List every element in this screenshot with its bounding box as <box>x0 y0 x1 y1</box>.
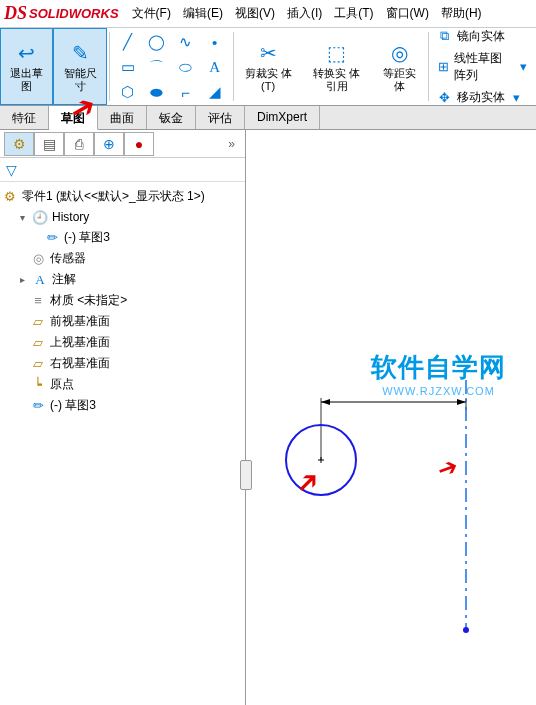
trim-icon: ✂ <box>260 41 277 65</box>
svg-marker-3 <box>321 399 330 405</box>
linear-pattern-icon: ⊞ <box>437 59 450 74</box>
tree-sketch3[interactable]: ✏ (-) 草图3 <box>2 395 243 416</box>
line-tool-icon[interactable]: ╱ <box>115 31 141 53</box>
plane-icon: ▱ <box>30 314 46 330</box>
convert-icon: ⬚ <box>327 41 346 65</box>
menu-window[interactable]: 窗口(W) <box>381 2 434 25</box>
menu-file[interactable]: 文件(F) <box>127 2 176 25</box>
history-icon: 🕘 <box>32 209 48 225</box>
menu-tools[interactable]: 工具(T) <box>329 2 378 25</box>
tree-top-label: 上视基准面 <box>50 334 110 351</box>
ellipse-tool-icon[interactable]: ⬭ <box>173 56 199 78</box>
drawing-canvas[interactable]: 软件自学网 WWW.RJZXW.COM ➔ ➔ <box>246 130 536 705</box>
tree-right-plane[interactable]: ▱ 右视基准面 <box>2 353 243 374</box>
panel-tab-feature-tree[interactable]: ⚙ <box>4 132 34 156</box>
menu-edit[interactable]: 编辑(E) <box>178 2 228 25</box>
sketch-icon: ✏ <box>30 398 46 414</box>
tree-root-label: 零件1 (默认<<默认>_显示状态 1>) <box>22 188 205 205</box>
panel-tab-config[interactable]: ⎙ <box>64 132 94 156</box>
trim-button[interactable]: ✂ 剪裁实 体(T) <box>236 28 301 105</box>
panel-expand-icon[interactable]: » <box>222 137 241 151</box>
convert-label: 转换实 体引用 <box>308 67 366 93</box>
logo-text: SOLIDWORKS <box>29 6 119 21</box>
tree-material-label: 材质 <未指定> <box>50 292 127 309</box>
tab-surface[interactable]: 曲面 <box>98 106 147 129</box>
linear-pattern-button[interactable]: ⊞ 线性草图阵列 ▾ <box>435 49 532 85</box>
offset-label: 等距实 体 <box>380 67 419 93</box>
mirror-icon: ⧉ <box>437 28 453 44</box>
tab-sheetmetal[interactable]: 钣金 <box>147 106 196 129</box>
ribbon-separator <box>428 32 429 101</box>
appearance-icon: ● <box>135 136 143 152</box>
offset-button[interactable]: ◎ 等距实 体 <box>373 28 426 105</box>
panel-tabs: ⚙ ▤ ⎙ ⊕ ● » <box>0 130 245 158</box>
polygon-tool-icon[interactable]: ⬡ <box>115 81 141 103</box>
text-tool-icon[interactable]: A <box>202 56 228 78</box>
sensors-icon: ◎ <box>30 251 46 267</box>
tree-annotations[interactable]: ▸ A 注解 <box>2 269 243 290</box>
plane-icon: ▱ <box>30 356 46 372</box>
tab-dimxpert[interactable]: DimXpert <box>245 106 320 129</box>
svg-point-9 <box>463 627 469 633</box>
tree-origin-label: 原点 <box>50 376 74 393</box>
dropdown-icon: ▾ <box>517 59 530 74</box>
tree-material[interactable]: ≡ 材质 <未指定> <box>2 290 243 311</box>
tab-evaluate[interactable]: 评估 <box>196 106 245 129</box>
sketch-svg <box>246 130 536 705</box>
tree-history-label: History <box>52 210 89 224</box>
rect-tool-icon[interactable]: ▭ <box>115 56 141 78</box>
filter-bar: ▽ <box>0 158 245 182</box>
annotations-icon: A <box>32 272 48 288</box>
tree-sensors-label: 传感器 <box>50 250 86 267</box>
menu-help[interactable]: 帮助(H) <box>436 2 487 25</box>
expand-icon[interactable]: ▸ <box>16 274 28 285</box>
panel-tab-appearance[interactable]: ● <box>124 132 154 156</box>
panel-tab-dimxpert[interactable]: ⊕ <box>94 132 124 156</box>
tree-sketch3-history[interactable]: ✏ (-) 草图3 <box>2 227 243 248</box>
pattern-tools: ⧉ 镜向实体 ⊞ 线性草图阵列 ▾ ✥ 移动实体 ▾ <box>431 28 536 105</box>
svg-marker-4 <box>457 399 466 405</box>
tree-origin[interactable]: ┕ 原点 <box>2 374 243 395</box>
tree-front-plane[interactable]: ▱ 前视基准面 <box>2 311 243 332</box>
material-icon: ≡ <box>30 293 46 309</box>
plane-icon: ▱ <box>30 335 46 351</box>
tree-history[interactable]: ▾ 🕘 History <box>2 207 243 227</box>
move-label: 移动实体 <box>457 89 505 106</box>
panel-tab-property[interactable]: ▤ <box>34 132 64 156</box>
point-tool-icon[interactable]: • <box>202 31 228 53</box>
ribbon-separator <box>233 32 234 101</box>
move-button[interactable]: ✥ 移动实体 ▾ <box>435 88 532 107</box>
convert-button[interactable]: ⬚ 转换实 体引用 <box>301 28 373 105</box>
dimxpert-icon: ⊕ <box>103 136 115 152</box>
exit-sketch-button[interactable]: ↩ 退出草 图 <box>0 28 53 105</box>
sketch-icon: ✏ <box>44 230 60 246</box>
arc-tool-icon[interactable]: ⌒ <box>144 56 170 78</box>
tree-front-label: 前视基准面 <box>50 313 110 330</box>
property-icon: ▤ <box>43 136 56 152</box>
fillet-tool-icon[interactable]: ⌐ <box>173 81 199 103</box>
tree-sketch3a-label: (-) 草图3 <box>64 229 110 246</box>
tree-root[interactable]: ⚙ 零件1 (默认<<默认>_显示状态 1>) <box>2 186 243 207</box>
tree-sensors[interactable]: ◎ 传感器 <box>2 248 243 269</box>
mirror-label: 镜向实体 <box>457 28 505 45</box>
exit-sketch-label: 退出草 图 <box>7 67 46 93</box>
feature-tree: ⚙ 零件1 (默认<<默认>_显示状态 1>) ▾ 🕘 History ✏ (-… <box>0 182 245 705</box>
offset-icon: ◎ <box>391 41 408 65</box>
tab-feature[interactable]: 特征 <box>0 106 49 129</box>
config-icon: ⎙ <box>75 136 83 152</box>
circle-tool-icon[interactable]: ◯ <box>144 31 170 53</box>
ribbon-separator <box>109 32 110 101</box>
chamfer-tool-icon[interactable]: ◢ <box>202 81 228 103</box>
tree-sketch3b-label: (-) 草图3 <box>50 397 96 414</box>
tree-annotations-label: 注解 <box>52 271 76 288</box>
dropdown-icon: ▾ <box>509 90 525 105</box>
collapse-icon[interactable]: ▾ <box>16 212 28 223</box>
filter-icon[interactable]: ▽ <box>6 162 17 178</box>
mirror-button[interactable]: ⧉ 镜向实体 <box>435 27 532 46</box>
spline-tool-icon[interactable]: ∿ <box>173 31 199 53</box>
tree-top-plane[interactable]: ▱ 上视基准面 <box>2 332 243 353</box>
menu-view[interactable]: 视图(V) <box>230 2 280 25</box>
menu-insert[interactable]: 插入(I) <box>282 2 327 25</box>
slot-tool-icon[interactable]: ⬬ <box>144 81 170 103</box>
exit-sketch-icon: ↩ <box>18 41 35 65</box>
